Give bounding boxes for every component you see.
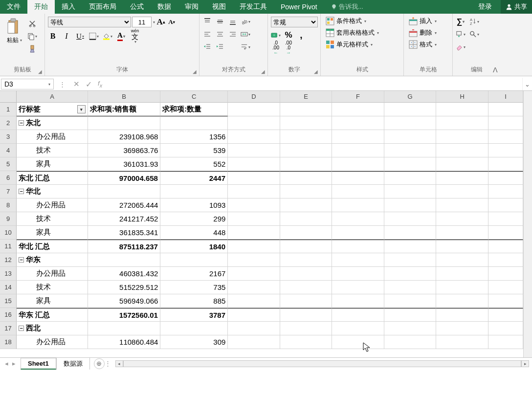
alignment-launcher[interactable]: ◢ — [260, 68, 266, 75]
menu-view[interactable]: 视图 — [205, 0, 233, 14]
increase-decimal-button[interactable]: .0.00← — [271, 43, 281, 53]
row-header-10[interactable]: 10 — [0, 226, 17, 240]
decrease-font-button[interactable]: A▾ — [167, 17, 177, 27]
fill-color-button[interactable]: ▾ — [103, 31, 112, 41]
cell[interactable] — [436, 212, 488, 226]
decrease-decimal-button[interactable]: .00.0→ — [284, 43, 293, 53]
cell-c-2[interactable] — [160, 116, 228, 130]
menu-developer[interactable]: 开发工具 — [233, 0, 274, 14]
cell-c-7[interactable] — [160, 185, 228, 198]
clipboard-launcher[interactable]: ◢ — [37, 68, 44, 75]
cell-c-10[interactable]: 448 — [160, 226, 228, 240]
cell[interactable] — [488, 322, 523, 335]
cell[interactable] — [436, 322, 488, 335]
cell[interactable] — [384, 198, 437, 212]
hscroll-left[interactable]: ◂ — [115, 360, 123, 367]
cell-c-4[interactable]: 539 — [160, 144, 228, 157]
menu-insert[interactable]: 插入 — [55, 0, 82, 14]
cell-a-6[interactable]: 东北 汇总 — [17, 171, 88, 185]
cell-c-11[interactable]: 1840 — [160, 240, 228, 253]
cell[interactable] — [384, 322, 437, 335]
cell[interactable] — [228, 116, 280, 130]
cell[interactable] — [488, 281, 523, 294]
row-header-3[interactable]: 3 — [0, 130, 17, 144]
column-header-B[interactable]: B — [88, 91, 160, 103]
cell[interactable] — [228, 130, 280, 144]
cell[interactable] — [488, 267, 523, 281]
bold-button[interactable]: B — [48, 31, 58, 41]
cell[interactable] — [228, 294, 280, 308]
cell-styles-button[interactable]: 单元格样式▾ — [324, 39, 375, 50]
menu-file[interactable]: 文件 — [0, 0, 27, 14]
cell[interactable] — [332, 281, 384, 294]
cell[interactable] — [436, 240, 488, 253]
hscroll-right[interactable]: ▸ — [521, 360, 529, 367]
autosum-button[interactable]: ∑▾ — [456, 17, 466, 26]
cell[interactable] — [228, 103, 280, 116]
cell[interactable] — [228, 226, 280, 240]
menu-power-pivot[interactable]: Power Pivot — [274, 0, 324, 14]
cell-b-12[interactable] — [88, 253, 160, 267]
row-header-7[interactable]: 7 — [0, 185, 17, 198]
cell[interactable] — [332, 226, 384, 240]
cell[interactable] — [436, 116, 488, 130]
cell[interactable] — [228, 198, 280, 212]
collapse-icon[interactable]: − — [19, 326, 24, 331]
cell[interactable] — [384, 171, 437, 185]
login-button[interactable]: 登录 — [471, 0, 499, 14]
cell-c-16[interactable]: 3787 — [160, 308, 228, 322]
cell-a-11[interactable]: 华北 汇总 — [17, 240, 88, 253]
cell[interactable] — [384, 157, 437, 171]
wrap-text-button[interactable]: ▾ — [241, 42, 250, 52]
cell[interactable] — [436, 171, 488, 185]
cell[interactable] — [228, 212, 280, 226]
cell[interactable] — [228, 322, 280, 335]
select-all-corner[interactable] — [0, 91, 17, 103]
row-header-1[interactable]: 1 — [0, 103, 17, 116]
cell[interactable] — [332, 185, 384, 198]
cell-a-3[interactable]: 办公用品 — [17, 130, 88, 144]
cell[interactable] — [436, 308, 488, 322]
row-header-15[interactable]: 15 — [0, 294, 17, 308]
cell-b-11[interactable]: 875118.237 — [88, 240, 160, 253]
vertical-scrollbar[interactable] — [523, 91, 532, 357]
cell-b-6[interactable]: 970004.658 — [88, 171, 160, 185]
cell[interactable] — [280, 322, 332, 335]
cell[interactable] — [280, 144, 332, 157]
cell-a-18[interactable]: 办公用品 — [17, 335, 88, 349]
font-size-input[interactable] — [132, 17, 152, 27]
cell[interactable] — [280, 171, 332, 185]
increase-font-button[interactable]: A▴ — [156, 17, 166, 27]
cell-b-4[interactable]: 369863.76 — [88, 144, 160, 157]
fill-button[interactable]: ▾ — [456, 29, 466, 39]
cell-b-10[interactable]: 361835.341 — [88, 226, 160, 240]
collapse-icon[interactable]: − — [19, 120, 24, 126]
cell-a-15[interactable]: 家具 — [17, 294, 88, 308]
row-header-14[interactable]: 14 — [0, 281, 17, 294]
format-painter-button[interactable] — [27, 44, 37, 54]
align-middle-button[interactable] — [215, 17, 225, 26]
row-header-4[interactable]: 4 — [0, 144, 17, 157]
menu-data[interactable]: 数据 — [151, 0, 178, 14]
column-header-A[interactable]: A — [17, 91, 88, 103]
format-as-table-button[interactable]: 套用表格格式▾ — [324, 27, 381, 38]
cell-b-8[interactable]: 272065.444 — [88, 198, 160, 212]
collapse-icon[interactable]: − — [19, 189, 24, 194]
cell-b-2[interactable] — [88, 116, 160, 130]
find-select-button[interactable]: ▾ — [469, 29, 479, 39]
cell-c-3[interactable]: 1356 — [160, 130, 228, 144]
cell-c-12[interactable] — [160, 253, 228, 267]
cell-b-5[interactable]: 361031.93 — [88, 157, 160, 171]
cell-a-17[interactable]: −西北 — [17, 322, 88, 335]
cell[interactable] — [384, 253, 437, 267]
cell-a-14[interactable]: 技术 — [17, 281, 88, 294]
cell[interactable] — [488, 294, 523, 308]
cell[interactable] — [228, 240, 280, 253]
cell[interactable] — [332, 144, 384, 157]
cell[interactable] — [280, 294, 332, 308]
cell[interactable] — [384, 281, 437, 294]
cell-b-13[interactable]: 460381.432 — [88, 267, 160, 281]
sheet-nav-next[interactable]: ▸ — [10, 360, 18, 367]
column-header-I[interactable]: I — [488, 91, 523, 103]
cell-c-14[interactable]: 735 — [160, 281, 228, 294]
